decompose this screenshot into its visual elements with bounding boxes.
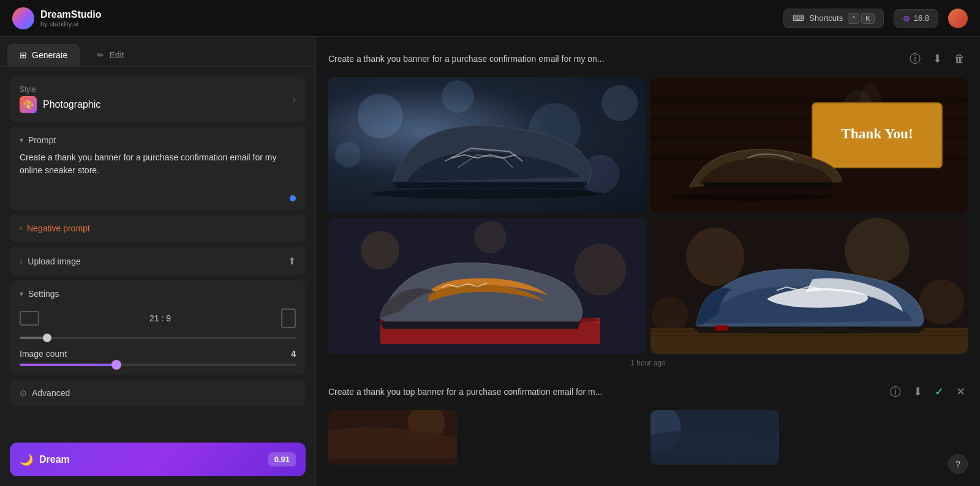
slider-thumb[interactable]	[43, 334, 51, 342]
shortcuts-button[interactable]: ⌨ Shortcuts ^ K	[783, 9, 883, 28]
content-area: Create a thank you banner for a purchase…	[316, 37, 980, 486]
download-button-2[interactable]: ⬇	[911, 383, 925, 401]
prompt-footer	[20, 195, 296, 201]
dream-button[interactable]: 🌙 Dream 0.91	[10, 443, 306, 476]
svg-point-1	[442, 80, 474, 113]
svg-point-27	[845, 218, 910, 283]
logo-icon	[12, 7, 34, 29]
logo-text: DreamStudio by stability.ai	[40, 9, 102, 28]
image-count-value: 4	[291, 349, 296, 359]
credits-button[interactable]: ⊛ 16.8	[894, 9, 938, 28]
svg-point-18	[361, 231, 399, 269]
generated-image-4	[650, 218, 968, 354]
user-avatar[interactable]	[948, 9, 968, 28]
delete-button-1[interactable]: 🗑	[952, 50, 968, 68]
image-count-label: Image count	[20, 349, 67, 359]
tab-generate[interactable]: ⊞ Generate	[7, 44, 80, 66]
svg-point-20	[474, 221, 507, 253]
prompt-section: ▾ Prompt Create a thank you banner for a…	[10, 127, 306, 210]
style-label: Style	[20, 85, 100, 94]
credits-icon: ⊛	[903, 13, 910, 23]
generation-prompt-2: Create a thank you top banner for a purc…	[328, 387, 880, 397]
count-slider-thumb[interactable]	[111, 360, 121, 370]
chevron-right-icon: ›	[293, 94, 296, 105]
advanced-label: Advanced	[32, 388, 70, 398]
tab-edit[interactable]: ✏ Edit	[85, 44, 136, 66]
generation-header-2: Create a thank you top banner for a purc…	[328, 382, 968, 402]
prompt-status-dot	[290, 195, 296, 201]
generation-actions-1: ⓘ ⬇ 🗑	[907, 49, 968, 69]
svg-point-0	[358, 93, 403, 138]
sidebar-content: Style 🎨 Photographic › ▾ Prompt Create a…	[0, 67, 315, 438]
generated-image-1	[328, 77, 646, 213]
image-count-row: Image count 4	[20, 349, 296, 359]
style-value-row: 🎨 Photographic	[20, 96, 100, 113]
aspect-portrait-icon	[281, 308, 296, 328]
download-button-1[interactable]: ⬇	[930, 50, 944, 68]
info-button-2[interactable]: ⓘ	[888, 382, 903, 402]
generation-prompt-1: Create a thank you banner for a purchase…	[328, 54, 900, 64]
aspect-landscape-icon	[20, 311, 39, 326]
chevron-down-icon: ▾	[20, 136, 23, 144]
topbar: DreamStudio by stability.ai ⌨ Shortcuts …	[0, 0, 980, 37]
aspect-ratio-row: 21 : 9	[20, 308, 296, 328]
negative-prompt-label: Negative prompt	[27, 223, 90, 233]
info-button-1[interactable]: ⓘ	[907, 49, 923, 69]
style-name: Photographic	[43, 99, 100, 110]
prompt-label: Prompt	[28, 135, 56, 145]
generation-actions-2: ⓘ ⬇ ✓ ✕	[888, 382, 968, 402]
image-cell-2[interactable]: Thank You!	[650, 77, 968, 213]
timestamp-1: 1 hour ago	[328, 359, 968, 367]
prompt-input[interactable]: Create a thank you banner for a purchase…	[20, 151, 296, 188]
shortcuts-label: Shortcuts	[809, 13, 843, 23]
style-left: Style 🎨 Photographic	[20, 85, 100, 113]
generation-header-1: Create a thank you banner for a purchase…	[328, 49, 968, 69]
svg-point-4	[335, 142, 361, 168]
upload-expand-icon: ›	[20, 256, 23, 267]
check-button-2[interactable]: ✓	[932, 383, 946, 401]
advanced-section[interactable]: ⊙ Advanced	[10, 379, 306, 406]
upload-section[interactable]: › Upload image ⬆	[10, 247, 306, 275]
app-subtitle: by stability.ai	[40, 20, 102, 28]
prompt-header[interactable]: ▾ Prompt	[20, 135, 296, 145]
svg-point-6	[371, 189, 604, 199]
negative-prompt-section[interactable]: › Negative prompt	[10, 215, 306, 242]
svg-rect-8	[650, 97, 968, 102]
settings-section: ▾ Settings 21 : 9 Image count 4	[10, 280, 306, 375]
generated-image-2: Thank You!	[650, 77, 968, 213]
upload-arrow-icon: ⬆	[288, 255, 296, 267]
advanced-icon: ⊙	[20, 388, 27, 398]
topbar-left: DreamStudio by stability.ai	[12, 7, 102, 29]
settings-label: Settings	[28, 289, 59, 299]
dream-version: 0.91	[268, 452, 296, 466]
aspect-ratio-slider[interactable]	[20, 337, 296, 339]
help-button[interactable]: ?	[948, 454, 968, 474]
kbd-k: K	[861, 13, 874, 24]
moon-icon: 🌙	[20, 453, 33, 466]
style-section[interactable]: Style 🎨 Photographic ›	[10, 77, 306, 122]
app-title: DreamStudio	[40, 9, 102, 20]
svg-point-29	[652, 297, 688, 333]
upload-left: › Upload image	[20, 256, 81, 267]
dream-label: Dream	[39, 454, 70, 465]
kbd-group: ^ K	[848, 13, 875, 24]
image-cell-3[interactable]	[328, 218, 646, 354]
image-count-slider[interactable]	[20, 364, 296, 366]
generated-image-3	[328, 218, 646, 354]
sidebar-tabs: ⊞ Generate ✏ Edit	[0, 37, 315, 67]
images-grid-1: Thank You!	[328, 77, 968, 354]
settings-chevron-icon: ▾	[20, 290, 23, 298]
generation-block-2: Create a thank you top banner for a purc…	[328, 382, 968, 465]
generate-icon: ⊞	[20, 50, 27, 60]
settings-header[interactable]: ▾ Settings	[20, 289, 296, 299]
svg-point-3	[601, 85, 638, 121]
svg-point-28	[919, 279, 965, 324]
image-cell-5[interactable]	[328, 410, 457, 465]
image-cell-4[interactable]	[650, 218, 968, 354]
close-button-2[interactable]: ✕	[954, 383, 968, 401]
image-cell-6[interactable]	[650, 410, 779, 465]
svg-text:Thank You!: Thank You!	[841, 125, 913, 141]
image-cell-1[interactable]	[328, 77, 646, 213]
svg-point-16	[666, 193, 835, 201]
upload-label: Upload image	[28, 256, 80, 266]
